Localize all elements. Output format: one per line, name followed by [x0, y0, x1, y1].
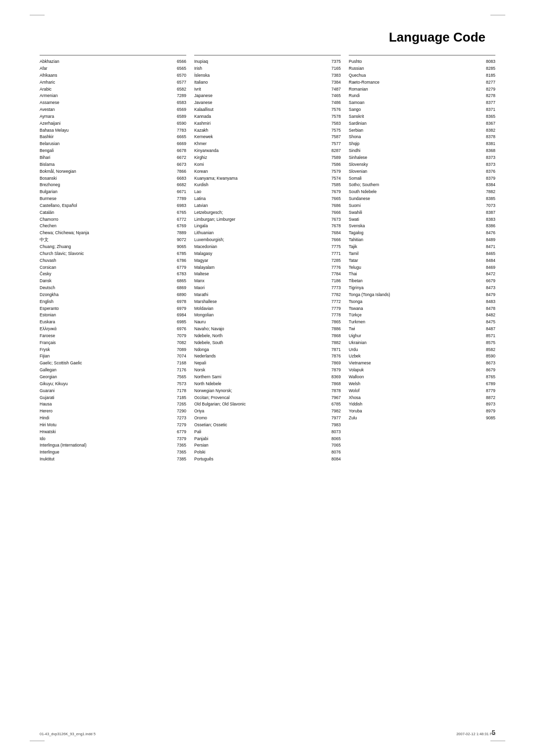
language-name: Tigrinya [349, 285, 480, 291]
language-name: Latina [194, 196, 325, 202]
list-item: Hindi7273 [40, 415, 186, 422]
language-name: Brezhoneg [40, 182, 170, 188]
list-item: Ossetian; Ossetic7983 [194, 422, 341, 429]
language-name: Tswana [349, 306, 480, 311]
language-code: 8489 [480, 237, 495, 243]
list-item: Ndebele, North7868 [194, 333, 341, 340]
language-name: Lao [194, 189, 325, 195]
language-name: Church Slavic; Slavonic [40, 251, 170, 256]
language-name: Javanese [194, 100, 325, 105]
list-item: Íslenska7383 [194, 72, 341, 79]
list-item: Inupiaq7375 [194, 58, 341, 65]
list-item: Assamese6583 [40, 100, 186, 106]
language-code: 7176 [170, 367, 186, 373]
language-code: 7379 [170, 436, 186, 442]
language-code: 7771 [325, 251, 341, 256]
language-name: Urdu [349, 347, 480, 353]
list-item: Česky6783 [40, 271, 186, 278]
language-name: Norwegian Nynorsk; [194, 388, 325, 394]
list-item: Inuktitut7385 [40, 456, 186, 463]
language-code: 7778 [325, 312, 341, 318]
list-item: Sango8371 [349, 106, 495, 113]
list-item: Zulu9085 [349, 415, 495, 422]
column-2: Inupiaq7375Irish7165Íslenska7383Italiano… [190, 54, 345, 463]
language-name: Bokmål, Norwegian [40, 169, 170, 174]
language-name: Chamorro [40, 217, 170, 222]
list-item: Ivrit7487 [194, 86, 341, 93]
language-code: 7089 [170, 347, 186, 353]
language-code: 6779 [170, 429, 186, 435]
list-item: Macedonian7775 [194, 244, 341, 251]
language-name: Swati [349, 217, 480, 222]
list-item: Maltese7784 [194, 271, 341, 278]
language-name: Azerhaijani [40, 121, 170, 126]
language-name: Estonian [40, 312, 170, 318]
language-name: Kurdish [194, 182, 325, 188]
language-code: 6669 [170, 141, 186, 147]
language-code: 6678 [170, 148, 186, 153]
language-code: 7577 [325, 141, 341, 147]
list-item: 中文9072 [40, 237, 186, 244]
list-item: Lao7679 [194, 189, 341, 196]
language-code: 7784 [325, 271, 341, 277]
language-name: Lingala [194, 223, 325, 229]
language-code: 7486 [325, 100, 341, 105]
language-name: Hiri Motu [40, 422, 170, 428]
language-code: 6671 [170, 189, 186, 195]
list-item: Church Slavic; Slavonic6785 [40, 251, 186, 257]
language-name: Kalaallisut [194, 107, 325, 112]
language-code: 9065 [170, 244, 186, 250]
language-name: Íslenska [194, 73, 325, 78]
list-item: Bashkir6665 [40, 134, 186, 141]
language-name: Tatar [349, 258, 480, 263]
list-item: Kashmiri7583 [194, 120, 341, 127]
footer-right: 2007-02-12 1:48:31 PM [456, 732, 495, 736]
language-name: Polski [194, 450, 325, 455]
language-name: Ukrainian [349, 340, 480, 346]
language-name: Gaelic; Scottish Gaelic [40, 360, 170, 366]
language-name: Yiddish [349, 402, 480, 407]
list-item: Lithuanian7684 [194, 230, 341, 237]
language-code: 8979 [480, 408, 495, 414]
list-item: Armenian7289 [40, 93, 186, 100]
list-item: Raeto-Romance8277 [349, 79, 495, 86]
language-name: Bashkir [40, 134, 170, 140]
language-code: 7678 [325, 223, 341, 229]
language-code: 6590 [170, 121, 186, 126]
language-code: 6976 [170, 326, 186, 332]
language-code: 6783 [170, 271, 186, 277]
language-code: 8385 [480, 196, 495, 202]
list-item: Kinyarwanda8287 [194, 148, 341, 154]
language-name: Sindhi [349, 148, 480, 153]
language-name: Shona [349, 134, 480, 140]
language-name: Kuanyama; Kwanyama [194, 176, 325, 181]
list-item: Panjabi8065 [194, 435, 341, 442]
language-name: Persian [194, 443, 325, 448]
list-item: Kernewek7587 [194, 134, 341, 141]
language-code: 7279 [170, 422, 186, 428]
language-name: Quechua [349, 73, 480, 78]
language-code: 8571 [480, 333, 495, 339]
language-code: 7073 [480, 203, 495, 208]
col3-divider [349, 55, 495, 55]
list-item: Kurdish7585 [194, 182, 341, 189]
language-name: Burmese [40, 196, 170, 202]
language-name: Česky [40, 271, 170, 277]
list-item: Suomi7073 [349, 202, 495, 209]
language-code: 6565 [170, 66, 186, 71]
language-code: 8473 [480, 285, 495, 291]
list-item: Shona8378 [349, 134, 495, 141]
language-name: Magyar [194, 258, 325, 263]
language-code: 7375 [325, 59, 341, 64]
list-item: Komi7586 [194, 161, 341, 168]
list-item: Chechen6769 [40, 223, 186, 230]
list-item: Bosanski6683 [40, 175, 186, 182]
language-code: 7273 [170, 415, 186, 421]
language-name: Japanese [194, 93, 325, 99]
language-code: 6682 [170, 182, 186, 188]
language-code: 6589 [170, 114, 186, 119]
language-name: Inuktitut [40, 456, 170, 462]
list-item: Letzeburgesch;7666 [194, 209, 341, 216]
column-3: Pushto8083Russian8285Quechua8185Raeto-Ro… [345, 54, 495, 463]
list-item: Norsk7879 [194, 367, 341, 374]
